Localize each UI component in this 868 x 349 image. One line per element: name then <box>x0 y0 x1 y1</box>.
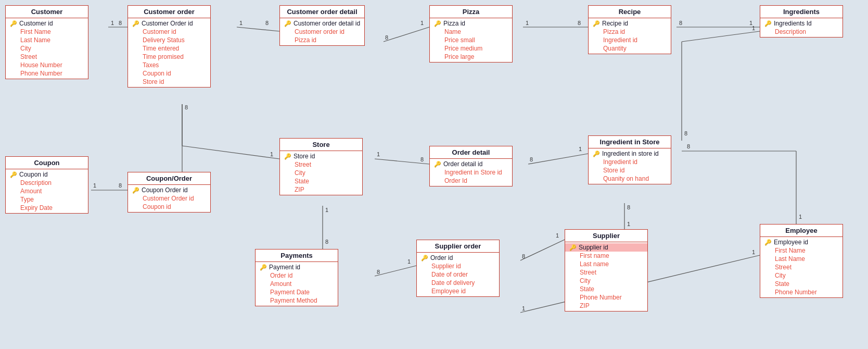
table-body-ingredients: 🔑Ingredients IdDescription <box>760 18 843 37</box>
table-body-pizza: 🔑Pizza idNamePrice smallPrice mediumPric… <box>430 18 512 62</box>
svg-text:1: 1 <box>627 221 630 227</box>
svg-text:8: 8 <box>119 20 122 26</box>
field-label-recipe-3: Quantity <box>603 45 627 52</box>
svg-text:8: 8 <box>578 20 581 26</box>
field-label-store-0: Store id <box>293 153 315 160</box>
field-customerOrder-5: Taxes <box>128 61 210 69</box>
pk-icon: 🔑 <box>284 20 291 27</box>
field-label-customer-2: Last Name <box>20 36 50 44</box>
field-customer-6: Phone Number <box>6 69 88 78</box>
field-label-supplierOrder-4: Employee id <box>431 288 466 295</box>
field-payments-0: 🔑Payment id <box>256 263 338 271</box>
field-label-supplier-7: ZIP <box>580 302 590 309</box>
table-body-recipe: 🔑Recipe idPizza idIngredient idQuantity <box>589 18 671 54</box>
field-label-recipe-2: Ingredient id <box>603 36 637 44</box>
table-title-payments: Payments <box>256 250 338 262</box>
field-employee-5: State <box>760 280 843 288</box>
field-coupon-0: 🔑Coupon id <box>6 170 88 179</box>
pk-icon: 🔑 <box>764 20 772 27</box>
field-orderDetail-0: 🔑Order detail id <box>430 160 512 168</box>
table-body-supplierOrder: 🔑Order idSupplier idDate of orderDate of… <box>417 253 499 296</box>
field-label-customerOrderDetail-0: Customer order detail id <box>293 20 360 27</box>
table-title-coupon: Coupon <box>6 157 88 169</box>
field-recipe-2: Ingredient id <box>589 36 671 44</box>
field-supplierOrder-0: 🔑Order id <box>417 254 499 262</box>
field-label-store-1: Street <box>295 161 311 168</box>
table-body-customerOrder: 🔑Customer Order idCustomer idDelivery St… <box>128 18 210 87</box>
table-ingredients: Ingredients🔑Ingredients IdDescription <box>760 5 843 38</box>
field-payments-1: Order id <box>256 271 338 280</box>
table-coupon: Coupon🔑Coupon idDescriptionAmountTypeExp… <box>5 156 88 214</box>
svg-text:1: 1 <box>522 305 525 311</box>
table-ingredientInStore: Ingredient in Store🔑Ingredient in store … <box>588 135 671 184</box>
field-supplier-6: Phone Number <box>565 293 647 302</box>
field-label-supplier-5: State <box>580 285 594 293</box>
svg-line-19 <box>375 159 429 164</box>
field-customerOrderDetail-0: 🔑Customer order detail id <box>280 19 364 28</box>
field-coupon-1: Description <box>6 179 88 187</box>
table-supplier: Supplier🔑Supplier idFirst nameLast nameS… <box>565 229 648 311</box>
field-label-coupon-4: Expiry Date <box>20 204 53 211</box>
field-label-customerOrderDetail-1: Customer order id <box>295 28 344 35</box>
field-label-pizza-0: Pizza id <box>443 20 465 27</box>
field-label-ingredients-1: Description <box>775 28 806 35</box>
field-label-ingredients-0: Ingredients Id <box>774 20 812 27</box>
field-label-ingredientInStore-3: Quanity on hand <box>603 175 649 182</box>
field-label-coupon-3: Type <box>20 196 34 203</box>
field-label-coupon-2: Amount <box>20 188 42 195</box>
table-title-recipe: Recipe <box>589 6 671 18</box>
table-title-orderDetail: Order detail <box>430 146 512 159</box>
svg-text:1: 1 <box>420 20 424 26</box>
svg-text:8: 8 <box>325 239 328 245</box>
svg-text:8: 8 <box>627 204 630 210</box>
field-label-coupon-1: Description <box>20 179 52 186</box>
field-label-couponOrder-2: Coupon id <box>143 203 171 210</box>
table-title-ingredients: Ingredients <box>760 6 843 18</box>
field-customerOrder-7: Store id <box>128 78 210 86</box>
svg-text:8: 8 <box>679 20 682 26</box>
svg-line-6 <box>384 27 429 42</box>
pk-icon: 🔑 <box>593 151 600 157</box>
pk-icon: 🔑 <box>421 255 428 261</box>
field-label-supplierOrder-0: Order id <box>430 254 453 261</box>
field-label-payments-1: Order id <box>270 272 292 279</box>
field-pizza-1: Name <box>430 28 512 36</box>
svg-text:1: 1 <box>407 258 411 265</box>
field-label-supplier-4: City <box>580 277 591 284</box>
field-coupon-2: Amount <box>6 187 88 195</box>
pk-icon: 🔑 <box>764 239 772 246</box>
field-employee-2: Last Name <box>760 255 843 263</box>
table-couponOrder: Coupon/Order🔑Coupon Order idCustomer Ord… <box>127 172 211 213</box>
field-pizza-2: Price small <box>430 36 512 44</box>
svg-text:8: 8 <box>185 104 188 110</box>
field-label-store-3: State <box>295 178 309 185</box>
field-label-employee-3: Street <box>775 264 792 271</box>
field-customerOrder-2: Delivery Status <box>128 36 210 44</box>
field-store-1: Street <box>280 160 362 169</box>
field-supplier-1: First name <box>565 252 647 260</box>
svg-text:8: 8 <box>385 34 388 41</box>
svg-line-3 <box>237 27 279 31</box>
table-title-ingredientInStore: Ingredient in Store <box>589 136 671 148</box>
field-store-0: 🔑Store id <box>280 152 362 160</box>
field-label-payments-2: Amount <box>270 280 291 288</box>
field-coupon-3: Type <box>6 195 88 204</box>
field-label-employee-5: State <box>775 280 789 288</box>
field-supplierOrder-3: Date of delivery <box>417 279 499 287</box>
svg-line-41 <box>520 240 565 260</box>
svg-text:8: 8 <box>119 182 122 189</box>
field-label-customerOrder-7: Store id <box>143 78 164 85</box>
field-label-employee-1: First Name <box>775 247 806 254</box>
svg-text:1: 1 <box>111 20 114 26</box>
field-label-customer-1: First Name <box>20 28 51 35</box>
field-label-pizza-2: Price small <box>444 36 475 44</box>
field-recipe-0: 🔑Recipe id <box>589 19 671 28</box>
table-title-customerOrder: Customer order <box>128 6 210 18</box>
table-customer: Customer🔑Customer idFirst NameLast NameC… <box>5 5 88 79</box>
field-label-customerOrder-4: Time promised <box>143 53 184 60</box>
table-body-payments: 🔑Payment idOrder idAmountPayment DatePay… <box>256 262 338 306</box>
table-body-customer: 🔑Customer idFirst NameLast NameCityStree… <box>6 18 88 79</box>
field-label-supplier-2: Last name <box>580 260 609 268</box>
table-body-coupon: 🔑Coupon idDescriptionAmountTypeExpiry Da… <box>6 169 88 213</box>
table-payments: Payments🔑Payment idOrder idAmountPayment… <box>255 249 338 306</box>
